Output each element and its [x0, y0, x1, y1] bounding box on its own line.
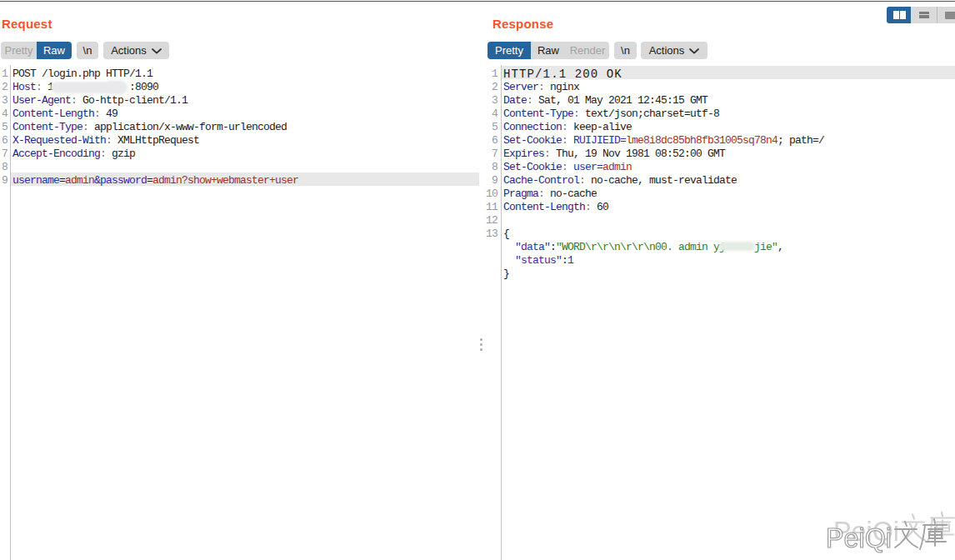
svg-text:PeiQi: PeiQi	[826, 522, 892, 553]
